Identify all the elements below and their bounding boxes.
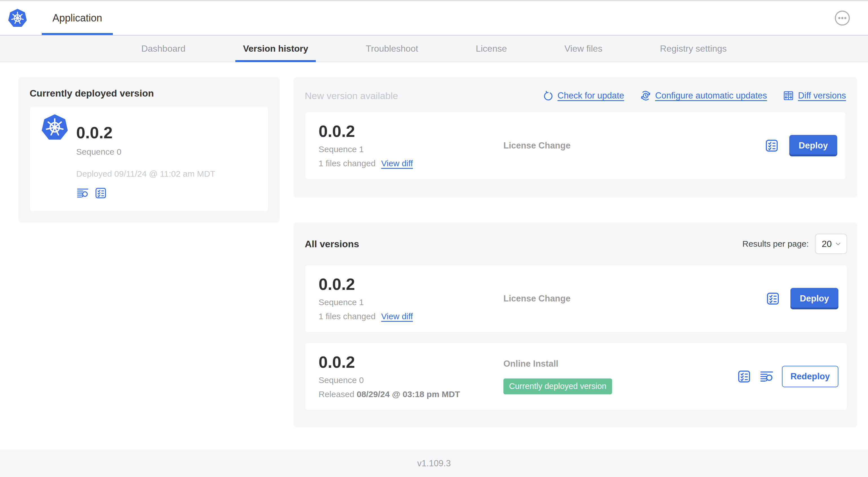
version-source: Online Install bbox=[503, 359, 558, 369]
version-source-block: Online Install Currently deployed versio… bbox=[503, 359, 737, 394]
check-for-update-label: Check for update bbox=[558, 91, 624, 101]
new-version-source: License Change bbox=[503, 141, 765, 151]
released-label: Released bbox=[318, 389, 354, 399]
diff-icon bbox=[783, 90, 794, 101]
tab-dashboard[interactable]: Dashboard bbox=[134, 35, 193, 62]
version-sequence: Sequence 0 bbox=[318, 376, 503, 385]
redeploy-button[interactable]: Redeploy bbox=[782, 366, 838, 387]
preflight-checklist-icon[interactable] bbox=[766, 291, 780, 306]
new-version-card-actions: Deploy bbox=[765, 135, 837, 156]
preflight-checklist-icon[interactable] bbox=[737, 369, 751, 384]
chevron-down-icon bbox=[834, 240, 842, 248]
view-diff-link[interactable]: View diff bbox=[381, 159, 413, 168]
app-tab-application[interactable]: Application bbox=[42, 1, 113, 35]
active-app-tab-underline bbox=[42, 33, 113, 35]
version-released-line: Released 08/29/24 @ 03:18 pm MDT bbox=[318, 389, 503, 399]
right-column: New version available Check for update bbox=[293, 77, 857, 450]
tab-view-files[interactable]: View files bbox=[557, 35, 610, 62]
current-version-details: 0.0.2 Sequence 0 Deployed 09/11/24 @ 11:… bbox=[76, 113, 215, 201]
current-version-number: 0.0.2 bbox=[76, 124, 215, 141]
app-footer: v1.109.3 bbox=[0, 450, 868, 477]
refresh-icon bbox=[542, 90, 554, 101]
version-files-row: 1 files changed View diff bbox=[318, 311, 503, 321]
diff-versions-link[interactable]: Diff versions bbox=[783, 90, 846, 101]
view-diff-link[interactable]: View diff bbox=[381, 311, 413, 321]
tab-registry-settings-label: Registry settings bbox=[660, 43, 727, 54]
main-content: Currently deployed version bbox=[0, 62, 868, 450]
left-column: Currently deployed version bbox=[18, 77, 280, 450]
tab-registry-settings[interactable]: Registry settings bbox=[652, 35, 735, 62]
current-version-actions bbox=[76, 186, 215, 200]
overflow-menu-icon[interactable] bbox=[834, 10, 850, 26]
version-row-details: 0.0.2 Sequence 0 Released 08/29/24 @ 03:… bbox=[318, 354, 503, 399]
currently-deployed-card: 0.0.2 Sequence 0 Deployed 09/11/24 @ 11:… bbox=[30, 106, 268, 212]
view-logs-icon[interactable] bbox=[76, 186, 89, 200]
admin-console-version: v1.109.3 bbox=[417, 458, 451, 469]
tab-view-files-label: View files bbox=[564, 43, 602, 54]
configure-automatic-updates-link[interactable]: Configure automatic updates bbox=[640, 90, 767, 101]
results-per-page-value: 20 bbox=[822, 239, 832, 249]
tab-troubleshoot[interactable]: Troubleshoot bbox=[358, 35, 426, 62]
tab-license[interactable]: License bbox=[468, 35, 515, 62]
version-sequence: Sequence 1 bbox=[318, 297, 503, 307]
new-version-header: New version available Check for update bbox=[305, 88, 846, 103]
currently-deployed-badge: Currently deployed version bbox=[503, 379, 612, 394]
new-version-card: 0.0.2 Sequence 1 1 files changed View di… bbox=[305, 112, 846, 180]
version-number: 0.0.2 bbox=[318, 354, 503, 370]
new-version-number: 0.0.2 bbox=[318, 123, 503, 140]
active-tab-underline bbox=[235, 60, 316, 62]
new-version-sequence: Sequence 1 bbox=[318, 145, 503, 154]
diff-versions-label: Diff versions bbox=[798, 91, 846, 101]
version-number: 0.0.2 bbox=[318, 276, 503, 292]
all-versions-title: All versions bbox=[305, 239, 359, 249]
results-per-page-select[interactable]: 20 bbox=[815, 234, 847, 254]
tab-version-history[interactable]: Version history bbox=[235, 35, 316, 62]
new-version-actions: Check for update Configure automatic upd… bbox=[542, 90, 846, 101]
app-title: Application bbox=[53, 12, 102, 24]
version-source: License Change bbox=[503, 294, 766, 304]
preflight-checklist-icon[interactable] bbox=[765, 138, 779, 153]
tab-license-label: License bbox=[476, 43, 507, 54]
kubernetes-app-icon bbox=[41, 114, 68, 141]
version-row-actions: Deploy bbox=[766, 288, 838, 309]
new-version-details: 0.0.2 Sequence 1 1 files changed View di… bbox=[318, 123, 503, 168]
version-row-actions: Redeploy bbox=[737, 366, 838, 387]
view-logs-icon[interactable] bbox=[760, 369, 774, 384]
preflight-checklist-icon[interactable] bbox=[94, 186, 107, 200]
kubernetes-logo-icon bbox=[8, 8, 27, 28]
version-row-details: 0.0.2 Sequence 1 1 files changed View di… bbox=[318, 276, 503, 321]
all-versions-panel: All versions Results per page: 20 0.0.2 … bbox=[293, 222, 857, 427]
current-version-sequence: Sequence 0 bbox=[76, 147, 215, 157]
new-version-files-row: 1 files changed View diff bbox=[318, 159, 503, 168]
currently-deployed-panel: Currently deployed version bbox=[18, 77, 280, 223]
deploy-button[interactable]: Deploy bbox=[790, 288, 838, 309]
results-per-page: Results per page: 20 bbox=[742, 234, 847, 254]
new-version-panel: New version available Check for update bbox=[293, 77, 857, 198]
app-nav-bar: Dashboard Version history Troubleshoot L… bbox=[0, 35, 868, 62]
tab-version-history-label: Version history bbox=[243, 43, 308, 54]
current-version-deployed-timestamp: Deployed 09/11/24 @ 11:02 am MDT bbox=[76, 169, 215, 179]
version-row: 0.0.2 Sequence 0 Released 08/29/24 @ 03:… bbox=[305, 342, 847, 410]
schedule-update-icon bbox=[640, 90, 651, 101]
files-changed-count: 1 files changed bbox=[318, 159, 376, 168]
version-row: 0.0.2 Sequence 1 1 files changed View di… bbox=[305, 265, 847, 332]
configure-automatic-updates-label: Configure automatic updates bbox=[655, 91, 767, 101]
check-for-update-link[interactable]: Check for update bbox=[542, 90, 624, 101]
currently-deployed-title: Currently deployed version bbox=[30, 88, 268, 99]
deploy-button[interactable]: Deploy bbox=[789, 135, 837, 156]
released-timestamp: 08/29/24 @ 03:18 pm MDT bbox=[357, 389, 460, 399]
files-changed-count: 1 files changed bbox=[318, 311, 376, 321]
tab-troubleshoot-label: Troubleshoot bbox=[366, 43, 418, 54]
all-versions-header: All versions Results per page: 20 bbox=[305, 234, 847, 254]
results-per-page-label: Results per page: bbox=[742, 239, 809, 249]
tab-dashboard-label: Dashboard bbox=[142, 43, 186, 54]
new-version-title: New version available bbox=[305, 90, 398, 101]
app-header: Application bbox=[0, 1, 868, 35]
